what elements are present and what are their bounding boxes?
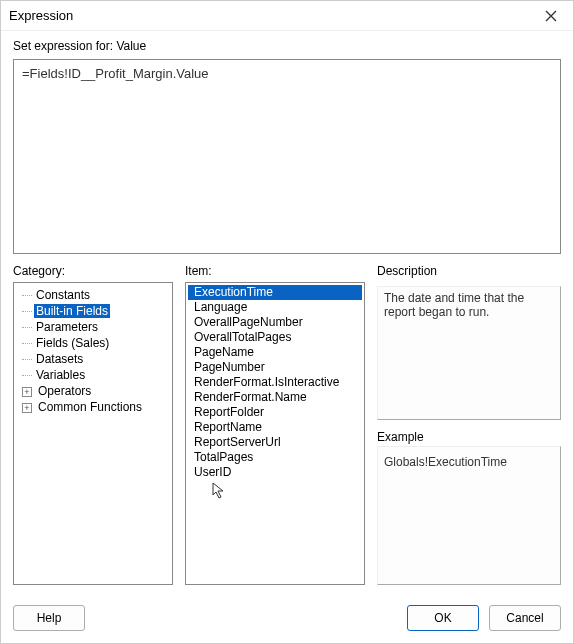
category-item[interactable]: Parameters <box>16 319 170 335</box>
list-item[interactable]: OverallPageNumber <box>188 315 362 330</box>
category-item-label[interactable]: Datasets <box>34 352 85 366</box>
expand-icon[interactable]: + <box>22 403 32 413</box>
list-item[interactable]: ReportServerUrl <box>188 435 362 450</box>
category-item[interactable]: Constants <box>16 287 170 303</box>
set-expression-label: Set expression for: Value <box>13 39 561 53</box>
tree-line-icon <box>22 327 32 328</box>
category-item[interactable]: Fields (Sales) <box>16 335 170 351</box>
list-item[interactable]: UserID <box>188 465 362 480</box>
close-icon <box>545 10 557 22</box>
dialog-footer: Help OK Cancel <box>1 595 573 643</box>
category-item[interactable]: Variables <box>16 367 170 383</box>
close-button[interactable] <box>537 6 565 26</box>
example-box: Globals!ExecutionTime <box>377 446 561 586</box>
category-item[interactable]: Datasets <box>16 351 170 367</box>
cancel-button[interactable]: Cancel <box>489 605 561 631</box>
list-item[interactable]: RenderFormat.Name <box>188 390 362 405</box>
list-item[interactable]: PageName <box>188 345 362 360</box>
tree-line-icon <box>22 375 32 376</box>
category-item[interactable]: +Common Functions <box>16 399 170 415</box>
tree-line-icon <box>22 295 32 296</box>
list-item[interactable]: RenderFormat.IsInteractive <box>188 375 362 390</box>
expression-textarea[interactable] <box>13 59 561 254</box>
cursor-icon <box>212 482 362 500</box>
category-item-label[interactable]: Built-in Fields <box>34 304 110 318</box>
list-item[interactable]: ReportFolder <box>188 405 362 420</box>
list-item[interactable]: Language <box>188 300 362 315</box>
category-item-label[interactable]: Constants <box>34 288 92 302</box>
category-item-label[interactable]: Parameters <box>34 320 100 334</box>
list-item[interactable]: PageNumber <box>188 360 362 375</box>
item-label: Item: <box>185 264 365 278</box>
list-item[interactable]: ReportName <box>188 420 362 435</box>
category-item-label[interactable]: Fields (Sales) <box>34 336 111 350</box>
description-text: The date and time that the report began … <box>384 291 554 319</box>
category-tree[interactable]: ConstantsBuilt-in FieldsParametersFields… <box>13 282 173 585</box>
category-item[interactable]: +Operators <box>16 383 170 399</box>
category-item-label[interactable]: Variables <box>34 368 87 382</box>
example-text: Globals!ExecutionTime <box>384 451 554 469</box>
example-label: Example <box>377 430 561 444</box>
category-item-label[interactable]: Operators <box>36 384 93 398</box>
list-item[interactable]: OverallTotalPages <box>188 330 362 345</box>
category-item-label[interactable]: Common Functions <box>36 400 144 414</box>
help-button[interactable]: Help <box>13 605 85 631</box>
window-title: Expression <box>9 8 537 23</box>
tree-line-icon <box>22 311 32 312</box>
tree-line-icon <box>22 343 32 344</box>
description-box: The date and time that the report began … <box>377 286 561 420</box>
item-list[interactable]: ExecutionTimeLanguageOverallPageNumberOv… <box>185 282 365 585</box>
category-label: Category: <box>13 264 173 278</box>
tree-line-icon <box>22 359 32 360</box>
ok-button[interactable]: OK <box>407 605 479 631</box>
category-item[interactable]: Built-in Fields <box>16 303 170 319</box>
list-item[interactable]: TotalPages <box>188 450 362 465</box>
description-label: Description <box>377 264 561 278</box>
expand-icon[interactable]: + <box>22 387 32 397</box>
titlebar: Expression <box>1 1 573 31</box>
list-item[interactable]: ExecutionTime <box>188 285 362 300</box>
